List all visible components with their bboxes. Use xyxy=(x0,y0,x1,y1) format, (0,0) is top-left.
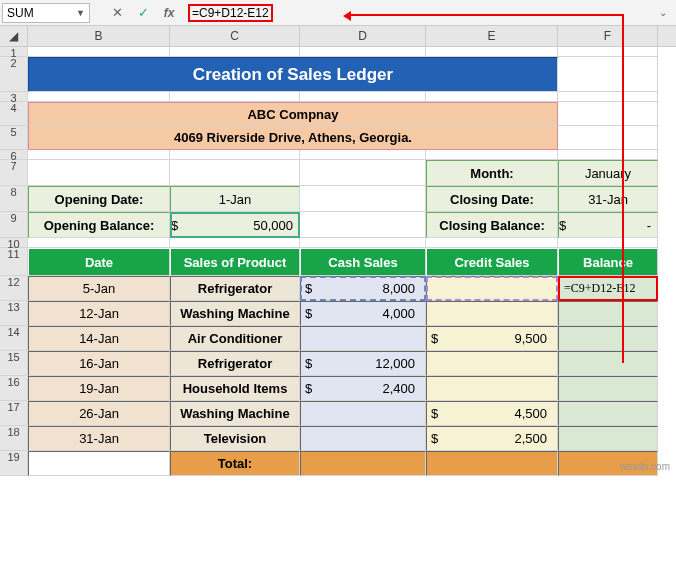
row-header[interactable]: 15 xyxy=(0,351,28,376)
closing-date-value[interactable]: 31-Jan xyxy=(558,186,658,212)
cell-credit[interactable] xyxy=(426,301,558,326)
col-header[interactable]: F xyxy=(558,26,658,46)
cell[interactable] xyxy=(28,451,170,476)
row-header[interactable]: 8 xyxy=(0,186,28,212)
cell-cash[interactable]: $8,000 xyxy=(300,276,426,301)
spreadsheet: ◢ B C D E F 1 2 Creation of Sales Ledger… xyxy=(0,26,676,476)
total-cash[interactable] xyxy=(300,451,426,476)
col-header[interactable]: E xyxy=(426,26,558,46)
col-cash-header: Cash Sales xyxy=(300,248,426,276)
row-header[interactable]: 3 xyxy=(0,92,28,102)
row-header[interactable]: 13 xyxy=(0,301,28,326)
cell-date[interactable]: 31-Jan xyxy=(28,426,170,451)
row-header[interactable]: 17 xyxy=(0,401,28,426)
row-header[interactable]: 12 xyxy=(0,276,28,301)
cell-credit[interactable]: $2,500 xyxy=(426,426,558,451)
cell-product[interactable]: Washing Machine xyxy=(170,401,300,426)
cell-date[interactable]: 19-Jan xyxy=(28,376,170,401)
row-header[interactable]: 10 xyxy=(0,238,28,248)
row-header[interactable]: 19 xyxy=(0,451,28,476)
fx-icon[interactable]: fx xyxy=(158,3,180,23)
row-header[interactable]: 1 xyxy=(0,47,28,57)
annotation-arrow xyxy=(346,14,623,16)
col-date-header: Date xyxy=(28,248,170,276)
cell-date[interactable]: 16-Jan xyxy=(28,351,170,376)
total-credit[interactable] xyxy=(426,451,558,476)
cell-product[interactable]: Household Items xyxy=(170,376,300,401)
name-box-value: SUM xyxy=(7,6,76,20)
cell-balance[interactable]: =C9+D12-E12 xyxy=(558,276,658,301)
watermark: wsxdn.com xyxy=(620,461,670,472)
row-header[interactable]: 16 xyxy=(0,376,28,401)
row-header[interactable]: 7 xyxy=(0,160,28,186)
enter-icon[interactable]: ✓ xyxy=(132,3,154,23)
col-product-header: Sales of Product xyxy=(170,248,300,276)
total-label: Total: xyxy=(170,451,300,476)
column-headers: ◢ B C D E F xyxy=(0,26,676,47)
chevron-down-icon[interactable]: ▼ xyxy=(76,8,85,18)
col-balance-header: Balance xyxy=(558,248,658,276)
cell-balance[interactable] xyxy=(558,426,658,451)
cell-balance[interactable] xyxy=(558,326,658,351)
row-header[interactable]: 5 xyxy=(0,126,28,150)
row-header[interactable]: 6 xyxy=(0,150,28,160)
company-address: 4069 Riverside Drive, Athens, Georgia. xyxy=(28,126,558,150)
row-header[interactable]: 14 xyxy=(0,326,28,351)
cell-cash[interactable]: $2,400 xyxy=(300,376,426,401)
cell-product[interactable]: Refrigerator xyxy=(170,276,300,301)
cell-product[interactable]: Washing Machine xyxy=(170,301,300,326)
name-box[interactable]: SUM ▼ xyxy=(2,3,90,23)
opening-date-value[interactable]: 1-Jan xyxy=(170,186,300,212)
cell-balance[interactable] xyxy=(558,351,658,376)
closing-date-label: Closing Date: xyxy=(426,186,558,212)
col-header[interactable]: C xyxy=(170,26,300,46)
page-title: Creation of Sales Ledger xyxy=(28,57,558,92)
cell-cash[interactable] xyxy=(300,401,426,426)
expand-icon[interactable]: ⌄ xyxy=(652,3,674,23)
formula-input[interactable]: =C9+D12-E12 xyxy=(184,3,277,23)
cell-product[interactable]: Refrigerator xyxy=(170,351,300,376)
cell-product[interactable]: Television xyxy=(170,426,300,451)
cell-credit[interactable] xyxy=(426,376,558,401)
select-all-cell[interactable]: ◢ xyxy=(0,26,28,46)
closing-balance-label: Closing Balance: xyxy=(426,212,558,238)
formula-bar: SUM ▼ ✕ ✓ fx =C9+D12-E12 ⌄ xyxy=(0,0,676,26)
cell-credit[interactable] xyxy=(426,351,558,376)
cell-credit[interactable]: $9,500 xyxy=(426,326,558,351)
annotation-arrow-vertical xyxy=(622,14,624,363)
cell-cash[interactable]: $4,000 xyxy=(300,301,426,326)
opening-date-label: Opening Date: xyxy=(28,186,170,212)
cancel-icon[interactable]: ✕ xyxy=(106,3,128,23)
row-header[interactable]: 9 xyxy=(0,212,28,238)
formula-text: =C9+D12-E12 xyxy=(188,4,273,22)
row-header[interactable]: 11 xyxy=(0,248,28,276)
cell-product[interactable]: Air Conditioner xyxy=(170,326,300,351)
opening-balance-label: Opening Balance: xyxy=(28,212,170,238)
cell-cash[interactable] xyxy=(300,426,426,451)
opening-balance-value[interactable]: $50,000 xyxy=(170,212,300,238)
row-header[interactable]: 4 xyxy=(0,102,28,126)
month-value[interactable]: January xyxy=(558,160,658,186)
closing-balance-value[interactable]: $- xyxy=(558,212,658,238)
company-name: ABC Compnay xyxy=(28,102,558,126)
col-header[interactable]: D xyxy=(300,26,426,46)
col-header[interactable]: B xyxy=(28,26,170,46)
cell-balance[interactable] xyxy=(558,376,658,401)
row-header[interactable]: 2 xyxy=(0,57,28,92)
row-header[interactable]: 18 xyxy=(0,426,28,451)
cell-credit[interactable]: $4,500 xyxy=(426,401,558,426)
cell-date[interactable]: 5-Jan xyxy=(28,276,170,301)
cell-cash[interactable]: $12,000 xyxy=(300,351,426,376)
cell-date[interactable]: 12-Jan xyxy=(28,301,170,326)
cell-balance[interactable] xyxy=(558,301,658,326)
cell-date[interactable]: 14-Jan xyxy=(28,326,170,351)
cell-credit[interactable] xyxy=(426,276,558,301)
month-label: Month: xyxy=(426,160,558,186)
col-credit-header: Credit Sales xyxy=(426,248,558,276)
cell-date[interactable]: 26-Jan xyxy=(28,401,170,426)
cell-cash[interactable] xyxy=(300,326,426,351)
cell-balance[interactable] xyxy=(558,401,658,426)
